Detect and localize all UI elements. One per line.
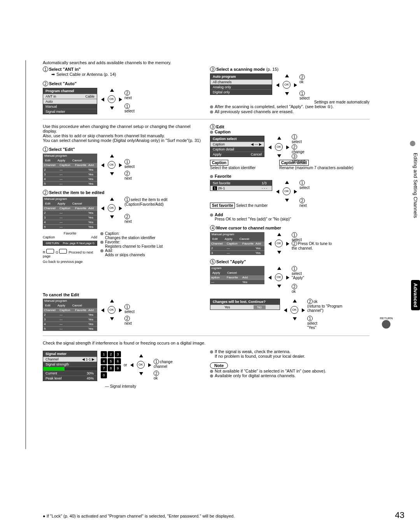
edit-heading: 3Edit: [210, 124, 369, 129]
up-icon[interactable]: [110, 154, 114, 157]
side-tab-advanced: Advanced: [411, 280, 420, 310]
up-icon[interactable]: [285, 74, 289, 77]
down-icon[interactable]: [285, 199, 289, 202]
ok-pad-8[interactable]: OK: [268, 266, 290, 289]
down-icon[interactable]: [110, 107, 114, 110]
right-icon[interactable]: [119, 98, 122, 101]
expl-add: Add:Adds or skips channels: [100, 248, 163, 257]
ok-button[interactable]: OK: [290, 306, 298, 314]
favorite-heading: Favorite: [210, 174, 369, 178]
ok-button[interactable]: OK: [137, 361, 145, 369]
ok-pad-1[interactable]: OK 2next 1select: [100, 88, 123, 110]
return-button[interactable]: RETURN: [380, 317, 393, 329]
down-icon[interactable]: [285, 92, 289, 95]
sig-bullet-2: If no problem is found, consult your loc…: [215, 354, 369, 359]
set-favorite-text: Select the number: [236, 203, 268, 208]
up-icon[interactable]: [139, 354, 143, 357]
ok-pad-6[interactable]: OK: [275, 180, 298, 203]
note-2: Available only for digital antenna chann…: [210, 373, 369, 378]
right-icon[interactable]: [302, 308, 305, 312]
program-channel-menu: Program channel ANT inCable Auto Manual …: [43, 88, 97, 114]
right-icon[interactable]: [286, 242, 289, 246]
ok-button[interactable]: OK: [283, 187, 290, 195]
left-icon[interactable]: [101, 308, 104, 312]
up-icon[interactable]: [277, 267, 281, 270]
number-pad[interactable]: 123 456 789 0: [100, 351, 121, 379]
up-icon[interactable]: [293, 299, 297, 303]
caption-select-menu: Caption select Caption◀ --- ▶ Caption de…: [210, 136, 264, 157]
left-icon[interactable]: [101, 163, 104, 167]
mstep-1: 1Select "Edit": [43, 147, 202, 152]
ok-button[interactable]: OK: [275, 240, 283, 247]
down-icon[interactable]: [277, 251, 281, 254]
right-icon[interactable]: [294, 190, 297, 194]
left-icon[interactable]: [130, 363, 133, 367]
down-icon[interactable]: [139, 372, 143, 375]
step-1: 1Select "ANT in": [43, 66, 202, 72]
mstep-2: 2Select the item to be edited: [43, 190, 202, 195]
ok-button[interactable]: OK: [275, 273, 283, 281]
ok-pad-dialog[interactable]: OK: [283, 299, 306, 321]
ok-pad-signal[interactable]: OK: [130, 353, 152, 376]
manual-intro-3: You can select channel tuning mode (Digi…: [43, 138, 202, 143]
right-icon[interactable]: [119, 206, 122, 210]
ok-pad-4[interactable]: OK: [100, 197, 123, 219]
up-icon[interactable]: [110, 89, 114, 92]
ok-pad-cancel[interactable]: OK: [100, 299, 123, 321]
g-button[interactable]: [59, 249, 67, 254]
signal-intro: Check the signal strength if interferenc…: [43, 341, 369, 345]
caption-label: Caption: [43, 235, 55, 239]
ok-button[interactable]: OK: [108, 161, 116, 169]
right-icon[interactable]: [119, 163, 122, 167]
right-icon[interactable]: [148, 363, 151, 367]
right-icon[interactable]: [294, 83, 297, 87]
down-icon[interactable]: [293, 317, 297, 320]
caption-box-text: Select the station identifier: [210, 166, 276, 170]
right-icon[interactable]: [286, 276, 289, 280]
step-3: 3Select a scanning mode (p. 15): [210, 66, 369, 72]
left-icon[interactable]: [276, 190, 279, 194]
up-icon[interactable]: [285, 181, 289, 184]
left-icon[interactable]: [101, 98, 104, 101]
manual-program-table-4: rogram ApplyCancel aptionFavoriteAdd ---…: [210, 266, 264, 284]
ok-button[interactable]: OK: [108, 204, 116, 212]
left-icon[interactable]: [276, 83, 279, 87]
ok-pad-2[interactable]: OK: [275, 73, 298, 96]
up-icon[interactable]: [277, 136, 281, 140]
ok-button[interactable]: OK: [283, 81, 290, 89]
ok-button[interactable]: OK: [108, 95, 116, 103]
side-dot: [410, 141, 415, 146]
down-icon[interactable]: [110, 317, 114, 320]
favorite-label: Favorite: [43, 231, 97, 235]
ok-pad-7[interactable]: OK: [268, 232, 290, 255]
after-scan-2: All previously saved channels are erased…: [210, 109, 369, 114]
down-icon[interactable]: [277, 154, 281, 157]
left-icon[interactable]: [268, 242, 271, 246]
down-icon[interactable]: [110, 172, 114, 175]
left-icon[interactable]: [284, 308, 287, 312]
up-icon[interactable]: [110, 198, 114, 201]
ok-pad-3[interactable]: OK: [100, 154, 123, 176]
cancel-heading: To cancel the Edit: [43, 292, 369, 297]
expl-caption: Caption:Changes the station identifier: [100, 231, 163, 240]
down-icon[interactable]: [277, 285, 281, 288]
ok-button[interactable]: OK: [275, 143, 283, 151]
ok-button[interactable]: OK: [108, 306, 116, 314]
r-button[interactable]: [46, 249, 54, 254]
ok-pad-5[interactable]: OK: [268, 136, 290, 158]
right-icon[interactable]: [119, 308, 122, 312]
left-icon[interactable]: [268, 276, 271, 280]
expl-favorite: Favorite:Registers channel to Favorite L…: [100, 240, 163, 248]
note-1: Not available if "Cable" is selected in …: [210, 369, 369, 373]
auto-settings-note: Settings are made automatically: [210, 100, 369, 104]
up-icon[interactable]: [110, 299, 114, 303]
right-icon[interactable]: [286, 145, 289, 149]
up-icon[interactable]: [277, 233, 281, 236]
step-1-sub: ➡Select Cable or Antenna (p. 14): [51, 72, 202, 77]
down-icon[interactable]: [110, 215, 114, 219]
left-icon[interactable]: [101, 206, 104, 210]
intro-text: Automatically searches and adds availabl…: [43, 60, 369, 65]
caption-heading: Caption: [210, 129, 369, 134]
left-icon[interactable]: [268, 145, 271, 149]
hint-bar: ⟲RETURNPrev. page R Next page G: [43, 241, 97, 246]
